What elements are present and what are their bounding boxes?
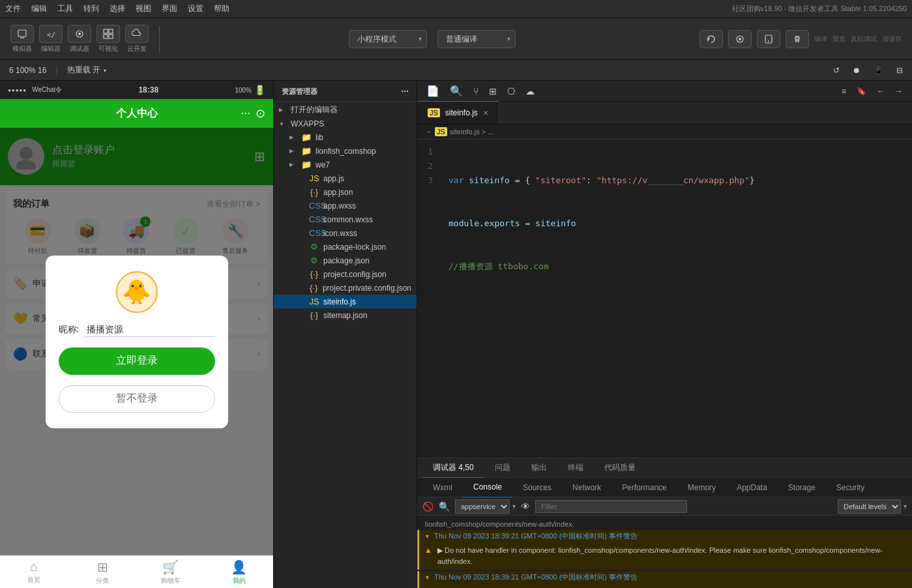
file-package-json-name: package.json [323, 256, 370, 265]
file-sitemap-json[interactable]: {·} sitemap.json [274, 308, 417, 322]
file-project-config[interactable]: {·} project.config.json [274, 267, 417, 281]
menu-edit[interactable]: 编辑 [31, 3, 47, 14]
console-filter-icon[interactable]: 🔍 [439, 501, 450, 512]
phone-status-bar: ●●●●● WeChat令 18:38 100% 🔋 [0, 81, 273, 99]
folder-we7[interactable]: ▶ 📁 we7 [274, 158, 417, 171]
cloud-btn[interactable] [125, 25, 149, 43]
panel-tab-security[interactable]: Security [826, 478, 875, 497]
simulator-btn[interactable] [10, 25, 34, 43]
cut-btn[interactable]: ⊟ [892, 65, 907, 76]
tab-code-quality[interactable]: 代码质量 [594, 458, 646, 478]
nav-cart[interactable]: 🛒 购物车 [137, 556, 205, 588]
file-common-wxss[interactable]: CSS common.wxss [274, 213, 417, 226]
console-clear-icon[interactable]: 🚫 [422, 501, 434, 512]
device-debug-btn[interactable] [757, 30, 780, 48]
menu-tools[interactable]: 工具 [57, 3, 73, 14]
editor-btn[interactable]: </> [39, 25, 63, 43]
modal-skip-btn[interactable]: 暂不登录 [59, 385, 215, 413]
camera-icon[interactable]: ⊙ [256, 106, 265, 121]
file-app-wxss[interactable]: CSS app.wxss [274, 199, 417, 213]
nav-my-label: 我的 [233, 576, 246, 585]
panel-tab-storage[interactable]: Storage [778, 478, 826, 497]
menu-settings[interactable]: 设置 [188, 3, 203, 14]
pages-icon-btn[interactable]: ⎔ [503, 85, 519, 98]
warning-expand-2[interactable]: ▼ [424, 574, 430, 581]
panel-tab-network[interactable]: Network [562, 478, 611, 497]
mode-select[interactable]: 小程序模式 [349, 30, 427, 48]
eye-icon[interactable]: 👁 [521, 501, 530, 512]
file-package-lock[interactable]: ⚙ package-lock.json [274, 240, 417, 254]
menu-goto[interactable]: 转到 [83, 3, 99, 14]
nav-category[interactable]: ⊞ 分类 [68, 556, 137, 588]
compile-select[interactable]: 普通编译 [437, 30, 516, 48]
tab-debugger[interactable]: 调试器 4,50 [422, 458, 484, 478]
hotreload-btn[interactable]: 热重载 开 ▾ [63, 63, 111, 77]
nav-my[interactable]: 👤 我的 [205, 556, 273, 588]
tab-output[interactable]: 输出 [521, 458, 557, 478]
tab-close-btn[interactable]: ✕ [483, 110, 488, 117]
explorer-icon-btn[interactable]: 📄 [422, 83, 443, 98]
panel-tab-appdata[interactable]: AppData [726, 478, 778, 497]
refresh-btn[interactable] [699, 30, 723, 48]
forward-btn[interactable]: → [891, 85, 907, 97]
levels-select[interactable]: Default levels [838, 499, 901, 514]
menu-view[interactable]: 视图 [136, 3, 151, 14]
panel-tab-wxml[interactable]: Wxml [422, 478, 463, 497]
menu-select[interactable]: 选择 [110, 3, 125, 14]
panel-tab-performance[interactable]: Performance [611, 478, 677, 497]
clear-cache-btn[interactable] [786, 30, 809, 48]
file-app-json[interactable]: {·} app.json [274, 185, 417, 199]
device-btn[interactable]: 📱 [870, 65, 887, 76]
filter-input[interactable] [535, 500, 687, 513]
file-icon-wxss[interactable]: CSS icon.wxss [274, 226, 417, 240]
group-icon-btn[interactable]: ⊞ [485, 85, 501, 98]
preview-btn[interactable] [728, 30, 752, 48]
cloud-label: 云开发 [127, 44, 147, 53]
code-content[interactable]: var siteinfo = { "siteroot": "https://v_… [441, 140, 912, 458]
signal-dots: ●●●●● [8, 87, 27, 93]
tab-terminal[interactable]: 终端 [557, 458, 594, 478]
modal-nickname-input[interactable] [84, 323, 214, 337]
warning-expand-1[interactable]: ▼ [424, 533, 430, 540]
record-btn[interactable]: ⏺ [849, 65, 864, 76]
modal-login-btn[interactable]: 立即登录 [59, 347, 215, 375]
bookmark-icon-btn[interactable]: 🔖 [853, 85, 870, 97]
explorer-more-icon[interactable]: ··· [401, 86, 409, 96]
nav-home[interactable]: ⌂ 首页 [0, 556, 68, 588]
panel-tab-bar: Wxml Console Sources Network Performance… [417, 478, 912, 497]
panel-tab-console[interactable]: Console [463, 478, 512, 497]
tab-siteinfo-js[interactable]: JS siteinfo.js ✕ [417, 101, 499, 124]
visual-group: 可视化 [96, 25, 120, 53]
nav-cart-label: 购物车 [161, 576, 181, 585]
visual-btn[interactable] [96, 25, 120, 43]
back-btn[interactable]: ← [873, 85, 889, 97]
menu-help[interactable]: 帮助 [214, 3, 229, 14]
file-package-json[interactable]: ⚙ package.json [274, 254, 417, 267]
panel-tab-sources[interactable]: Sources [512, 478, 562, 497]
tab-issues[interactable]: 问题 [484, 458, 521, 478]
percent-btn[interactable]: 6 100% 16 [5, 65, 50, 76]
wxapps-section[interactable]: ▼ WXAPPS [274, 117, 417, 130]
file-project-private-config[interactable]: {·} project.private.config.json [274, 281, 417, 295]
folder-lionfish[interactable]: ▶ 📁 lionfish_comshop [274, 144, 417, 158]
open-editors-section[interactable]: ▶ 打开的编辑器 [274, 102, 417, 117]
search-icon-btn[interactable]: 🔍 [446, 83, 467, 98]
file-siteinfo-js[interactable]: JS siteinfo.js [274, 295, 417, 308]
sync-btn[interactable]: ↺ [829, 65, 844, 76]
toolbar-center: 小程序模式 普通编译 [170, 30, 694, 48]
lines-icon-btn[interactable]: ≡ [838, 85, 850, 97]
cloud-icon-btn[interactable]: ☁ [522, 85, 538, 98]
simulator-group: 模拟器 [10, 25, 34, 53]
folder-lib[interactable]: ▶ 📁 lib [274, 130, 417, 144]
icon-wxss-icon: CSS [309, 228, 319, 238]
service-select[interactable]: appservice [455, 499, 510, 514]
panel-tab-memory[interactable]: Memory [677, 478, 726, 497]
menu-interface[interactable]: 界面 [162, 3, 177, 14]
debugger-btn[interactable] [68, 25, 91, 43]
app-content: 点击登录账户 摇摇篮 ⊞ 我的订单 查看全部订单 > 💳 待付款 [0, 128, 273, 555]
file-app-js[interactable]: JS app.js [274, 171, 417, 185]
branch-icon-btn[interactable]: ⑂ [469, 85, 482, 98]
menu-dots-icon[interactable]: ··· [241, 106, 250, 121]
modal-overlay: 🐥 昵称: 立即登录 暂不登录 [0, 128, 273, 555]
menu-file[interactable]: 文件 [5, 3, 21, 14]
